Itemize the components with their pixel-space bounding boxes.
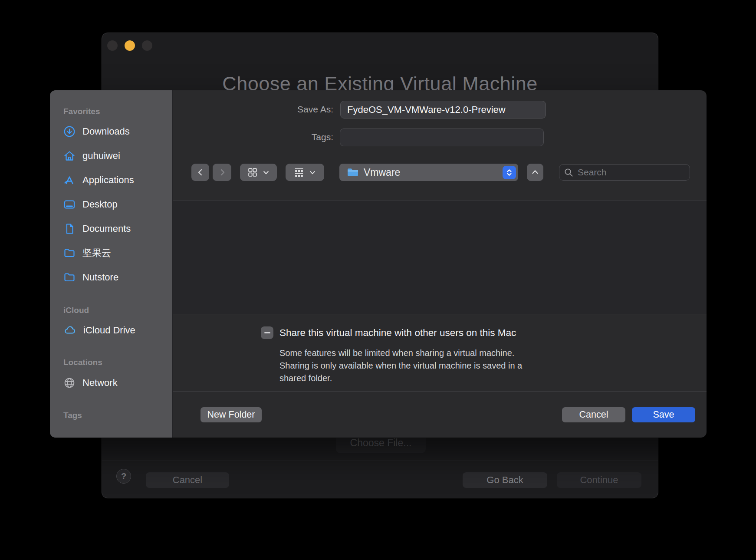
sidebar-item-icloud-drive[interactable]: iCloud Drive <box>63 324 167 337</box>
popup-updown-capsule <box>503 166 516 179</box>
help-button[interactable]: ? <box>116 469 131 484</box>
go-back-button[interactable]: Go Back <box>463 472 547 488</box>
group-view-icon <box>293 167 305 178</box>
save-button[interactable]: Save <box>632 407 695 422</box>
download-circle-icon <box>63 125 76 138</box>
sidebar-section-locations: Locations <box>63 358 102 367</box>
save-dialog: Favorites Downloads guhuiwei Application <box>50 90 707 438</box>
sidebar-section-icloud: iCloud <box>63 306 89 315</box>
document-icon <box>63 222 76 235</box>
search-field[interactable] <box>559 164 690 181</box>
share-description: Some features will be limited when shari… <box>279 347 522 385</box>
folder-icon <box>63 271 76 284</box>
new-folder-button[interactable]: New Folder <box>201 407 262 422</box>
sidebar-item-jianguoyun[interactable]: 坚果云 <box>63 247 167 260</box>
wizard-cancel-button[interactable]: Cancel <box>146 472 229 488</box>
tags-label: Tags: <box>254 132 333 142</box>
finder-sidebar: Favorites Downloads guhuiwei Application <box>50 90 173 438</box>
minimize-button[interactable] <box>125 40 135 51</box>
zoom-button[interactable] <box>142 40 152 51</box>
window-divider <box>102 461 658 461</box>
traffic-lights <box>107 40 152 51</box>
app-store-a-icon <box>63 174 76 187</box>
folder-icon <box>63 247 76 260</box>
sidebar-item-applications[interactable]: Applications <box>63 174 167 187</box>
save-as-label: Save As: <box>254 104 333 115</box>
chevron-down-icon <box>309 168 316 176</box>
icon-view-button[interactable] <box>240 164 277 181</box>
tags-input[interactable] <box>340 128 544 146</box>
group-view-button[interactable] <box>286 164 324 181</box>
folder-popup-button[interactable]: Vmware <box>339 164 518 181</box>
chevron-up-icon <box>531 168 539 177</box>
cloud-icon <box>63 324 77 337</box>
chevron-left-icon <box>196 168 205 177</box>
divider <box>173 391 707 392</box>
sidebar-item-network[interactable]: Network <box>63 376 167 389</box>
folder-blue-icon <box>346 166 359 179</box>
checkbox-dash-icon <box>264 332 270 334</box>
sidebar-section-tags: Tags <box>63 411 82 420</box>
divider <box>173 314 707 314</box>
current-folder-label: Vmware <box>364 167 400 178</box>
sidebar-item-home[interactable]: guhuiwei <box>63 149 167 162</box>
home-icon <box>63 149 76 162</box>
save-as-input[interactable] <box>340 101 546 119</box>
share-checkbox[interactable] <box>261 326 273 339</box>
chevron-down-icon <box>262 168 270 176</box>
magnifier-icon <box>564 168 574 178</box>
desktop-icon <box>63 198 76 211</box>
share-checkbox-label: Share this virtual machine with other us… <box>279 327 516 339</box>
sidebar-item-downloads[interactable]: Downloads <box>63 125 167 138</box>
close-button[interactable] <box>107 40 118 51</box>
back-button[interactable] <box>191 164 209 181</box>
search-input[interactable] <box>578 167 677 178</box>
sidebar-item-documents[interactable]: Documents <box>63 222 167 235</box>
sidebar-item-nutstore[interactable]: Nutstore <box>63 271 167 284</box>
collapse-panel-button[interactable] <box>527 164 543 181</box>
grid-view-icon <box>247 167 258 178</box>
chevron-up-down-icon <box>505 168 513 177</box>
chevron-right-icon <box>217 168 227 177</box>
globe-icon <box>63 376 76 389</box>
continue-button[interactable]: Continue <box>557 472 641 488</box>
cancel-button[interactable]: Cancel <box>562 407 625 422</box>
sidebar-item-desktop[interactable]: Desktop <box>63 198 167 211</box>
forward-button[interactable] <box>213 164 231 181</box>
sidebar-section-favorites: Favorites <box>63 107 100 116</box>
file-list-area[interactable] <box>173 201 707 314</box>
